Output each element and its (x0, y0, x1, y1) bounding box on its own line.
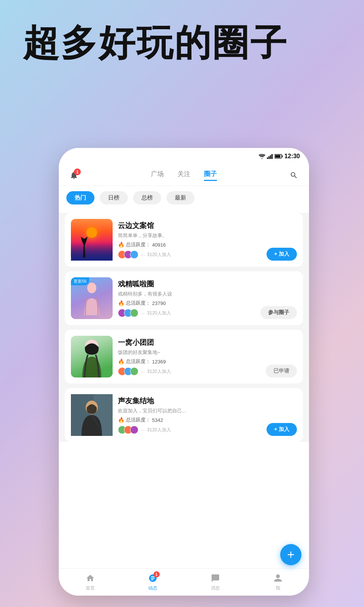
circle-activity-3: 🔥 总活跃度： 12369 (118, 358, 260, 365)
circle-info-3: 一窝小团团 饭团的好友聚集地~ 🔥 总活跃度： 12369 ··· (118, 338, 260, 376)
circle-name-4: 声友集结地 (118, 396, 261, 406)
tab-guangchang[interactable]: 广场 (151, 170, 164, 181)
circle-members-2: ··· 3120人加入 (118, 309, 255, 317)
svg-rect-0 (267, 157, 268, 159)
svg-rect-3 (271, 154, 273, 159)
svg-rect-6 (275, 155, 281, 158)
phone-frame: 12:30 1 广场 关注 圈子 热门 日榜 总榜 最新 (59, 148, 309, 596)
nav-profile[interactable]: 我 (246, 573, 309, 591)
battery-icon (275, 154, 283, 159)
circle-desc-1: 简简单单，分享故事。 (118, 232, 261, 239)
avatar-mini (130, 367, 138, 376)
bell-badge: 1 (74, 168, 81, 175)
circle-info-4: 声友集结地 欢迎加入，宝贝们可以把自己... 🔥 总活跃度： 5342 · (118, 396, 261, 434)
girl-image-3 (71, 336, 113, 377)
circle-desc-4: 欢迎加入，宝贝们可以把自己... (118, 407, 261, 414)
signal-icon (267, 154, 273, 159)
avatar-mini (130, 250, 138, 259)
applied-button-3[interactable]: 已申请 (266, 365, 297, 377)
message-icon (210, 573, 221, 583)
nav-tabs: 广场 关注 圈子 (82, 170, 286, 181)
girl-silhouette (80, 281, 103, 315)
status-icons: 12:30 (259, 153, 300, 160)
status-bar: 12:30 (59, 148, 309, 165)
circle-info-2: 戏精呱啦圈 戏精特别多，有很多人设 🔥 总活跃度： 23790 ··· (118, 279, 255, 317)
circle-activity-4: 🔥 总活跃度： 5342 (118, 417, 261, 423)
circle-info-1: 云边文案馆 简简单单，分享故事。 🔥 总活跃度： 40916 ··· (118, 221, 261, 259)
filter-daily[interactable]: 日榜 (100, 191, 128, 204)
filter-total[interactable]: 总榜 (133, 191, 161, 204)
nav-profile-label: 我 (276, 585, 280, 591)
circle-card-2: 更新56 戏精呱啦圈 戏精特别多，有很多人设 🔥 总活跃度： 23790 (65, 271, 303, 325)
filter-hot[interactable]: 热门 (66, 191, 94, 204)
nav-message[interactable]: 消息 (184, 573, 246, 591)
circle-image-1 (71, 219, 113, 261)
circle-activity-2: 🔥 总活跃度： 23790 (118, 300, 255, 307)
nav-feed[interactable]: 1 动态 (121, 573, 184, 591)
circle-activity-1: 🔥 总活跃度： 40916 (118, 241, 261, 248)
circle-name-2: 戏精呱啦圈 (118, 279, 255, 289)
bell-button[interactable]: 1 (66, 168, 82, 183)
nav-home-label: 首页 (86, 585, 95, 591)
home-icon (85, 573, 96, 583)
avatar-mini (130, 426, 138, 434)
svg-rect-2 (270, 155, 271, 159)
fire-icon-1: 🔥 (118, 242, 124, 248)
member-count-3: 3120人加入 (147, 368, 171, 375)
svg-rect-5 (282, 156, 283, 157)
circle-name-1: 云边文案馆 (118, 221, 261, 231)
svg-rect-1 (268, 156, 270, 159)
top-nav: 1 广场 关注 圈子 (59, 165, 309, 186)
circles-list: 云边文案馆 简简单单，分享故事。 🔥 总活跃度： 40916 ··· (59, 210, 309, 569)
circle-members-4: ··· 3120人加入 (118, 426, 261, 434)
tab-quanzi[interactable]: 圈子 (204, 170, 217, 181)
circle-members-3: ··· 3120人加入 (118, 367, 260, 376)
member-count-4: 3120人加入 (147, 427, 171, 433)
svg-point-7 (87, 283, 96, 293)
feed-icon: 1 (147, 573, 158, 583)
search-button[interactable] (286, 168, 301, 183)
search-icon (290, 171, 298, 179)
circle-image-4 (71, 394, 113, 436)
join-button-4[interactable]: + 加入 (267, 423, 297, 436)
join-button-1[interactable]: + 加入 (267, 248, 297, 261)
fab-button[interactable] (280, 544, 301, 565)
tab-guanzhu[interactable]: 关注 (177, 170, 190, 181)
circle-name-3: 一窝小团团 (118, 338, 260, 348)
circle-desc-3: 饭团的好友聚集地~ (118, 349, 260, 356)
circles-list-inner: 云边文案馆 简简单单，分享故事。 🔥 总活跃度： 40916 ··· (59, 213, 309, 442)
filter-latest[interactable]: 最新 (166, 191, 195, 204)
nav-message-label: 消息 (211, 585, 220, 591)
plus-icon (286, 549, 296, 560)
bottom-nav: 首页 1 动态 消息 (59, 568, 309, 596)
nav-feed-label: 动态 (148, 585, 157, 591)
circle-image-3 (71, 336, 113, 377)
participate-button-2[interactable]: 参与圈子 (260, 306, 297, 319)
guy-image (71, 394, 113, 436)
avatar-mini (130, 309, 138, 317)
time-display: 12:30 (284, 153, 300, 160)
circle-members-1: ··· 3120人加入 (118, 250, 261, 259)
profile-icon (273, 573, 283, 583)
member-count-1: 3120人加入 (147, 252, 171, 258)
hero-title: 超多好玩的圈子 (23, 23, 288, 63)
feed-badge: 1 (154, 571, 160, 577)
circle-desc-2: 戏精特别多，有很多人设 (118, 291, 255, 297)
circle-card-4: 声友集结地 欢迎加入，宝贝们可以把自己... 🔥 总活跃度： 5342 · (65, 388, 303, 442)
wifi-icon (259, 154, 265, 159)
filter-bar: 热门 日榜 总榜 最新 (59, 186, 309, 210)
update-badge-2: 更新56 (71, 277, 89, 285)
member-count-2: 3120人加入 (147, 310, 171, 316)
circle-card-3: 一窝小团团 饭团的好友聚集地~ 🔥 总活跃度： 12369 ··· (65, 330, 303, 384)
circle-card-1: 云边文案馆 简简单单，分享故事。 🔥 总活跃度： 40916 ··· (65, 213, 303, 267)
nav-home[interactable]: 首页 (59, 573, 121, 591)
